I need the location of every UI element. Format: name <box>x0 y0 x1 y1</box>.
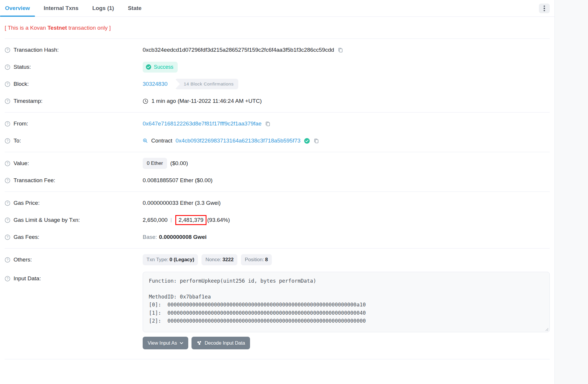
help-icon[interactable]: ? <box>5 234 10 240</box>
svg-text:?: ? <box>6 99 8 103</box>
help-icon[interactable]: ? <box>5 138 10 144</box>
tab-internal-txns[interactable]: Internal Txns <box>39 0 84 16</box>
input-data-label: Input Data: <box>14 275 41 282</box>
help-icon[interactable]: ? <box>5 98 10 104</box>
block-confirmations-badge: 14 Block Confirmations <box>175 79 239 89</box>
help-icon[interactable]: ? <box>5 121 10 127</box>
nonce-badge: Nonce:3222 <box>201 254 237 265</box>
to-address-link[interactable]: 0x4cb093f226983713164a62138c3f718a5b595f… <box>176 137 301 144</box>
svg-text:?: ? <box>6 258 8 261</box>
to-contract-word: Contract <box>151 137 172 144</box>
block-number-link[interactable]: 30324830 <box>143 81 168 87</box>
gas-used-annotation-box: 2,481,379 <box>175 215 207 225</box>
txn-type-badge: Txn Type:0 (Legacy) <box>143 254 198 265</box>
gas-fees-label: Gas Fees: <box>14 234 39 240</box>
more-options-button[interactable] <box>539 4 550 13</box>
svg-text:?: ? <box>6 162 8 165</box>
help-icon[interactable]: ? <box>5 64 10 70</box>
tab-state[interactable]: State <box>123 0 146 16</box>
svg-text:?: ? <box>6 122 8 125</box>
status-label: Status: <box>14 64 31 70</box>
status-badge: Success <box>143 62 178 73</box>
input-data-content: Function: performUpkeep(uint256 id, byte… <box>149 277 544 325</box>
row-gas-fees: ? Gas Fees: Base: 0.000000008 Gwei <box>5 229 550 246</box>
value-fiat: ($0.00) <box>170 160 188 167</box>
zoom-in-icon[interactable] <box>143 138 148 143</box>
svg-text:?: ? <box>6 201 8 205</box>
transaction-fee-value: 0.0081885507 Ether ($0.00) <box>143 177 213 184</box>
help-icon[interactable]: ? <box>5 81 10 87</box>
copy-icon[interactable] <box>313 138 319 144</box>
block-label: Block: <box>14 81 29 87</box>
svg-text:?: ? <box>6 179 8 182</box>
help-icon[interactable]: ? <box>5 217 10 223</box>
chevron-down-icon <box>180 342 183 344</box>
svg-text:?: ? <box>6 277 8 280</box>
help-icon[interactable]: ? <box>5 178 10 183</box>
help-icon[interactable]: ? <box>5 257 10 263</box>
gas-price-value: 0.0000000033 Ether (3.3 Gwei) <box>143 200 221 206</box>
help-icon[interactable]: ? <box>5 161 10 166</box>
tab-overview[interactable]: Overview <box>0 0 35 16</box>
help-icon[interactable]: ? <box>5 47 10 53</box>
transaction-hash-value: 0xcb324eedcd1d07296fdf3d215a2865275f159c… <box>143 47 334 53</box>
row-status: ? Status: Success <box>5 58 550 76</box>
row-gas-price: ? Gas Price: 0.0000000033 Ether (3.3 Gwe… <box>5 194 550 212</box>
verified-icon <box>304 138 310 144</box>
timestamp-label: Timestamp: <box>14 98 43 104</box>
position-badge: Position:8 <box>241 254 272 265</box>
svg-text:?: ? <box>6 139 8 142</box>
from-address-link[interactable]: 0x647e7168122263d8e7f81f17fff9c2f1aa379f… <box>143 120 261 127</box>
gas-fees-base-label: Base: <box>143 234 157 240</box>
transaction-details-card: Overview Internal Txns Logs (1) State [ … <box>0 0 555 384</box>
gas-limit-value: 2,650,000 <box>143 217 168 223</box>
success-check-icon <box>146 64 151 70</box>
transaction-fee-label: Transaction Fee: <box>14 177 55 184</box>
svg-text:?: ? <box>6 218 8 222</box>
row-transaction-fee: ? Transaction Fee: 0.0081885507 Ether ($… <box>5 172 550 189</box>
svg-text:?: ? <box>6 48 8 52</box>
gas-used-value: 2,481,379 <box>179 217 204 223</box>
to-label: To: <box>14 137 21 144</box>
vertical-ellipsis-icon <box>544 6 545 7</box>
view-input-as-button[interactable]: View Input As <box>143 337 188 349</box>
svg-text:?: ? <box>6 235 8 239</box>
svg-text:?: ? <box>6 82 8 86</box>
testnet-notice-emphasis: Testnet <box>47 25 67 31</box>
testnet-notice: [ This is a Kovan Testnet transaction on… <box>5 17 550 38</box>
tab-logs[interactable]: Logs (1) <box>87 0 119 16</box>
timestamp-value: 1 min ago (Mar-11-2022 11:46:24 AM +UTC) <box>151 98 262 104</box>
section-others-input: ? Others: Txn Type:0 (Legacy) Nonce:3222… <box>5 249 550 359</box>
decode-input-data-button[interactable]: Decode Input Data <box>191 337 250 349</box>
row-gas-limit-usage: ? Gas Limit & Usage by Txn: 2,650,000 | … <box>5 212 550 229</box>
help-icon[interactable]: ? <box>5 276 10 281</box>
ether-value-badge: 0 Ether <box>143 158 167 169</box>
decode-icon <box>196 340 202 346</box>
row-block: ? Block: 30324830 14 Block Confirmations <box>5 76 550 93</box>
gas-fees-base-value: 0.000000008 Gwei <box>159 234 207 240</box>
row-transaction-hash: ? Transaction Hash: 0xcb324eedcd1d07296f… <box>5 41 550 58</box>
input-data-actions: View Input As Decode Input Data <box>143 337 550 356</box>
transaction-hash-label: Transaction Hash: <box>14 47 59 53</box>
row-timestamp: ? Timestamp: 1 min ago (Mar-11-2022 11:4… <box>5 93 550 110</box>
gas-separator: | <box>171 217 172 223</box>
row-from: ? From: 0x647e7168122263d8e7f81f17fff9c2… <box>5 115 550 132</box>
copy-icon[interactable] <box>265 121 271 127</box>
section-value-fee: ? Value: 0 Ether ($0.00) ? Transaction F… <box>5 152 550 192</box>
row-others: ? Others: Txn Type:0 (Legacy) Nonce:3222… <box>5 251 550 268</box>
clock-icon <box>143 98 148 104</box>
copy-icon[interactable] <box>337 47 343 53</box>
gas-used-percent: (93.64%) <box>207 217 230 223</box>
tab-bar: Overview Internal Txns Logs (1) State <box>0 0 554 17</box>
row-value: ? Value: 0 Ether ($0.00) <box>5 155 550 172</box>
section-addresses: ? From: 0x647e7168122263d8e7f81f17fff9c2… <box>5 113 550 152</box>
row-to: ? To: Contract 0x4cb093f226983713164a621… <box>5 132 550 149</box>
from-label: From: <box>14 120 28 127</box>
input-data-box[interactable]: Function: performUpkeep(uint256 id, byte… <box>143 272 550 332</box>
gas-price-label: Gas Price: <box>14 200 40 206</box>
gas-limit-usage-label: Gas Limit & Usage by Txn: <box>14 217 80 223</box>
section-overview-main: ? Transaction Hash: 0xcb324eedcd1d07296f… <box>5 39 550 112</box>
help-icon[interactable]: ? <box>5 200 10 206</box>
resize-grip-icon[interactable] <box>545 327 549 331</box>
value-label: Value: <box>14 160 29 167</box>
